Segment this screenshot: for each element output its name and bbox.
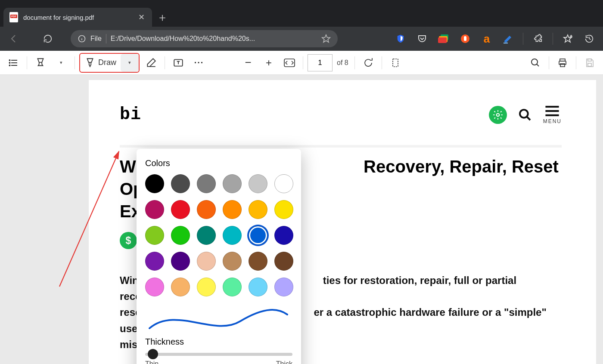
address-bar[interactable]: File E:/Drive/Download/How%20to%20hand%2…	[71, 30, 338, 47]
zoom-out-button[interactable]: −	[239, 54, 257, 72]
thickness-heading: Thickness	[145, 337, 292, 347]
history-icon	[584, 34, 594, 43]
extensions-button[interactable]	[528, 29, 547, 48]
search-icon	[530, 58, 541, 68]
history-button[interactable]	[580, 29, 599, 48]
draw-button[interactable]: Draw	[80, 54, 121, 72]
menu-label: MENU	[543, 118, 562, 124]
pocket-icon	[417, 34, 427, 44]
color-swatch[interactable]	[145, 200, 164, 219]
ext-files[interactable]	[434, 29, 453, 48]
color-swatch[interactable]	[274, 252, 293, 271]
svg-rect-31	[588, 59, 591, 61]
ext-pocket[interactable]	[413, 29, 432, 48]
find-button[interactable]	[526, 54, 544, 72]
color-swatch[interactable]	[249, 252, 267, 271]
page-view-button[interactable]	[386, 54, 404, 72]
favorites-button[interactable]	[558, 29, 577, 48]
color-swatch[interactable]	[171, 174, 190, 193]
color-swatch[interactable]	[274, 278, 293, 296]
color-swatch[interactable]	[223, 252, 242, 271]
thickness-preview	[145, 308, 292, 333]
svg-rect-25	[393, 59, 398, 67]
reload-icon	[43, 34, 53, 43]
ext-bitwarden[interactable]	[391, 29, 410, 48]
ext-a[interactable]: a	[477, 29, 496, 48]
save-button[interactable]	[581, 54, 599, 72]
svg-rect-32	[588, 63, 591, 66]
color-swatch[interactable]	[197, 278, 216, 296]
gear-icon	[492, 109, 504, 120]
color-swatch[interactable]	[171, 200, 190, 219]
favorite-button[interactable]	[321, 34, 331, 43]
affiliate-badge[interactable]: $	[120, 232, 137, 249]
back-button[interactable]	[4, 30, 22, 48]
color-swatch[interactable]	[249, 200, 267, 219]
tab-title: document for signing.pdf	[23, 14, 131, 21]
star-icon	[321, 34, 331, 43]
svg-point-34	[520, 110, 528, 118]
brand-text: bi	[120, 105, 141, 124]
draw-options-popover: Colors Thickness Thin Thick	[137, 149, 301, 364]
color-swatch[interactable]	[197, 226, 216, 245]
color-swatch[interactable]	[223, 278, 242, 296]
color-swatch[interactable]	[223, 174, 242, 193]
fit-width-button[interactable]	[280, 54, 298, 72]
svg-rect-6	[438, 37, 447, 43]
rotate-button[interactable]	[359, 54, 377, 72]
color-swatch[interactable]	[274, 174, 293, 193]
color-swatch[interactable]	[145, 252, 164, 271]
ext-privacy[interactable]	[456, 29, 475, 48]
highlight-dropdown[interactable]: ▾	[52, 54, 70, 72]
svg-marker-3	[322, 35, 330, 42]
color-swatch-grid	[145, 174, 292, 296]
color-swatch[interactable]	[197, 200, 216, 219]
pdf-viewport[interactable]: bi MENU Windows 10 and Windows 11 Recove…	[0, 75, 603, 364]
color-swatch[interactable]	[249, 226, 267, 245]
color-swatch[interactable]	[171, 226, 190, 245]
color-swatch[interactable]	[223, 226, 242, 245]
menu-button[interactable]: MENU	[543, 105, 562, 124]
svg-rect-10	[504, 43, 508, 43]
text-button[interactable]	[169, 54, 187, 72]
page-search-button[interactable]	[518, 108, 532, 122]
thickness-slider[interactable]	[145, 353, 292, 356]
color-swatch[interactable]	[171, 252, 190, 271]
color-swatch[interactable]	[274, 226, 293, 245]
print-button[interactable]	[553, 54, 572, 72]
thin-label: Thin	[145, 360, 159, 364]
toc-button[interactable]	[4, 54, 22, 72]
star-plus-icon	[563, 34, 573, 44]
browser-navbar: File E:/Drive/Download/How%20to%20hand%2…	[0, 27, 603, 51]
erase-button[interactable]	[142, 54, 160, 72]
zoom-in-button[interactable]: +	[260, 54, 278, 72]
ext-paint[interactable]	[499, 29, 518, 48]
color-swatch[interactable]	[145, 174, 164, 193]
print-icon	[557, 58, 568, 68]
settings-badge[interactable]	[489, 106, 507, 124]
more-button[interactable]: ···	[190, 54, 208, 72]
page-input[interactable]	[308, 54, 333, 71]
svg-point-18	[9, 62, 10, 63]
highlight-button[interactable]	[31, 54, 50, 72]
color-swatch[interactable]	[223, 200, 242, 219]
color-swatch[interactable]	[274, 200, 293, 219]
list-icon	[8, 58, 19, 68]
reload-button[interactable]	[39, 30, 57, 48]
highlighter-tool-icon	[35, 57, 46, 68]
arrow-left-icon	[8, 34, 19, 44]
browser-tab[interactable]: document for signing.pdf ✕	[3, 8, 152, 27]
color-swatch[interactable]	[145, 226, 164, 245]
color-swatch[interactable]	[171, 278, 190, 296]
color-swatch[interactable]	[197, 174, 216, 193]
color-swatch[interactable]	[249, 278, 267, 296]
color-swatch[interactable]	[145, 278, 164, 296]
tab-close-button[interactable]: ✕	[137, 12, 146, 22]
color-swatch[interactable]	[197, 252, 216, 271]
color-swatch[interactable]	[249, 174, 267, 193]
folders-icon	[438, 34, 449, 43]
browser-titlebar: document for signing.pdf ✕ ＋	[0, 0, 603, 27]
draw-dropdown[interactable]: ▾	[121, 54, 139, 72]
slider-thumb[interactable]	[148, 349, 158, 359]
new-tab-button[interactable]: ＋	[152, 8, 173, 27]
